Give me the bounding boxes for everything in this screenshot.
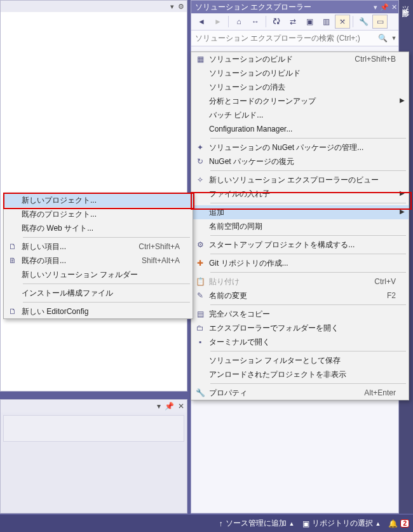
submenu-arrow-icon: ▶ bbox=[400, 189, 405, 196]
chevron-up-icon: ▲ bbox=[376, 521, 381, 527]
close-icon[interactable]: ✕ bbox=[391, 3, 397, 11]
search-options-button[interactable]: ▼ bbox=[389, 35, 398, 41]
submenu-new-item[interactable]: 🗋 新しい項目... Ctrl+Shift+A bbox=[4, 240, 193, 254]
new-view-icon: ✧ bbox=[191, 175, 209, 184]
pin-icon[interactable]: 📌 bbox=[165, 402, 174, 411]
preview-selected-icon[interactable]: ▭ bbox=[372, 15, 388, 29]
status-add-source-control[interactable]: ↑ ソース管理に追加 ▲ bbox=[219, 518, 295, 529]
panel-options-icon[interactable]: ▾ bbox=[374, 3, 377, 11]
sync-icon[interactable]: ⤧ bbox=[335, 15, 350, 29]
menu-file-nesting[interactable]: ファイルの入れ子 ▶ bbox=[191, 187, 409, 201]
collapse-icon[interactable]: ⇄ bbox=[285, 15, 301, 29]
menu-hide-unloaded[interactable]: アンロードされたプロジェクトを非表示 bbox=[191, 367, 409, 381]
status-select-repo[interactable]: ▣ リポジトリの選択 ▲ bbox=[302, 518, 381, 529]
diagnostic-tools-tab[interactable]: 診断ツール bbox=[399, 0, 412, 18]
nuget-icon: ✦ bbox=[191, 143, 209, 152]
menu-git-repo[interactable]: ✚ Git リポジトリの作成... bbox=[191, 256, 409, 270]
panel-options-icon[interactable]: ▾ bbox=[170, 3, 174, 11]
panel-options-icon[interactable]: ▾ bbox=[157, 402, 161, 411]
menu-rename[interactable]: ✎ 名前の変更 F2 bbox=[191, 289, 409, 303]
submenu-arrow-icon: ▶ bbox=[400, 208, 405, 215]
submenu-existing-website[interactable]: 既存の Web サイト... bbox=[4, 221, 193, 235]
submenu-new-editorconfig[interactable]: 🗋 新しい EditorConfig bbox=[4, 304, 193, 318]
gear-icon[interactable]: ⚙ bbox=[178, 3, 184, 11]
switch-view-icon[interactable]: ↔ bbox=[248, 15, 263, 29]
show-all-files-icon[interactable]: ▣ bbox=[302, 15, 317, 29]
menu-open-explorer[interactable]: 🗀 エクスプローラーでフォルダーを開く bbox=[191, 321, 409, 335]
pin-icon[interactable]: 📌 bbox=[380, 3, 389, 11]
new-item-icon: 🗋 bbox=[4, 242, 22, 251]
notification-badge: 2 bbox=[400, 519, 409, 528]
menu-sync-namespace[interactable]: 名前空間の同期 bbox=[191, 219, 409, 233]
submenu-new-project[interactable]: 新しいプロジェクト... bbox=[4, 193, 193, 207]
submenu-existing-project[interactable]: 既存のプロジェクト... bbox=[4, 207, 193, 221]
chevron-up-icon: ▲ bbox=[289, 521, 295, 527]
submenu-existing-item[interactable]: 🗎 既存の項目... Shift+Alt+A bbox=[4, 254, 193, 268]
status-notifications[interactable]: 🔔 2 bbox=[388, 519, 409, 528]
toolbar: ◄ ► ⌂ ↔ 🗘 ⇄ ▣ ▥ ⤧ 🔧 ▭ bbox=[191, 13, 398, 31]
close-icon[interactable]: ✕ bbox=[178, 402, 184, 411]
menu-batch-build[interactable]: バッチ ビルド... bbox=[191, 108, 409, 122]
home-icon[interactable]: ⌂ bbox=[231, 15, 247, 29]
menu-save-as-filter[interactable]: ソリューション フィルターとして保存 bbox=[191, 353, 409, 367]
submenu-install-config[interactable]: インストール構成ファイル bbox=[4, 286, 193, 300]
menu-properties[interactable]: 🔧 プロパティ Alt+Enter bbox=[191, 386, 409, 400]
menu-build[interactable]: ▦ ソリューションのビルド Ctrl+Shift+B bbox=[191, 52, 409, 66]
menu-new-view[interactable]: ✧ 新しいソリューション エクスプローラーのビュー bbox=[191, 173, 409, 187]
search-input[interactable] bbox=[191, 33, 376, 43]
preview-icon[interactable]: ▥ bbox=[318, 15, 334, 29]
folder-icon: 🗀 bbox=[191, 324, 209, 332]
menu-rebuild[interactable]: ソリューションのリビルド bbox=[191, 66, 409, 80]
back-icon[interactable]: ◄ bbox=[194, 15, 209, 29]
editorconfig-icon: 🗋 bbox=[4, 307, 22, 316]
menu-nuget-manage[interactable]: ✦ ソリューションの NuGet パッケージの管理... bbox=[191, 140, 409, 154]
copy-path-icon: ▤ bbox=[191, 310, 209, 318]
bell-icon: 🔔 bbox=[388, 519, 398, 528]
panel-title: ソリューション エクスプローラー bbox=[195, 2, 311, 13]
add-submenu: 新しいプロジェクト... 既存のプロジェクト... 既存の Web サイト...… bbox=[3, 193, 193, 319]
refresh-icon[interactable]: 🗘 bbox=[269, 15, 284, 29]
menu-add[interactable]: 追加 ▶ bbox=[191, 205, 409, 219]
repo-icon: ▣ bbox=[302, 519, 309, 528]
menu-paste: 📋 貼り付け Ctrl+V bbox=[191, 275, 409, 289]
menu-open-terminal[interactable]: ▪ ターミナルで開く bbox=[191, 335, 409, 349]
rename-icon: ✎ bbox=[191, 291, 209, 300]
restore-icon: ↻ bbox=[191, 157, 209, 166]
build-icon: ▦ bbox=[191, 55, 209, 64]
properties-icon[interactable]: 🔧 bbox=[356, 15, 371, 29]
wrench-icon: 🔧 bbox=[191, 388, 209, 397]
panel-titlebar: ソリューション エクスプローラー ▾ 📌 ✕ bbox=[191, 1, 398, 13]
submenu-new-solution-folder[interactable]: 新しいソリューション フォルダー bbox=[4, 268, 193, 282]
startup-icon: ⚙ bbox=[191, 240, 209, 249]
menu-config-manager[interactable]: Configuration Manager... bbox=[191, 122, 409, 136]
menu-copy-full-path[interactable]: ▤ 完全パスをコピー bbox=[191, 307, 409, 321]
menu-clean[interactable]: ソリューションの消去 bbox=[191, 80, 409, 94]
arrow-up-icon: ↑ bbox=[219, 519, 223, 528]
solution-context-menu: ▦ ソリューションのビルド Ctrl+Shift+B ソリューションのリビルド … bbox=[191, 51, 409, 400]
existing-item-icon: 🗎 bbox=[4, 256, 22, 265]
menu-startup-projects[interactable]: ⚙ スタートアップ プロジェクトを構成する... bbox=[191, 238, 409, 252]
git-icon: ✚ bbox=[191, 259, 209, 268]
terminal-icon: ▪ bbox=[191, 338, 209, 346]
status-bar: ↑ ソース管理に追加 ▲ ▣ リポジトリの選択 ▲ 🔔 2 bbox=[0, 515, 413, 532]
submenu-arrow-icon: ▶ bbox=[400, 97, 405, 104]
menu-analyze[interactable]: 分析とコードのクリーンアップ ▶ bbox=[191, 94, 409, 108]
search-bar[interactable]: 🔍 ▼ bbox=[191, 31, 398, 46]
search-icon[interactable]: 🔍 bbox=[376, 34, 389, 43]
menu-nuget-restore[interactable]: ↻ NuGet パッケージの復元 bbox=[191, 154, 409, 168]
forward-icon: ► bbox=[210, 15, 226, 29]
lower-tool-window: ▾ 📌 ✕ bbox=[0, 399, 187, 514]
paste-icon: 📋 bbox=[191, 277, 209, 286]
